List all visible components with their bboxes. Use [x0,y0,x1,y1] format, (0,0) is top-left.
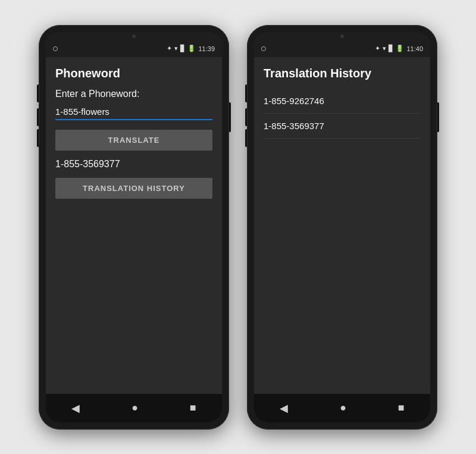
wifi-icon-2: ▾ [383,45,386,52]
recent-button-2[interactable]: ■ [398,402,405,414]
notch-2 [254,32,430,40]
signal-icon-2: ▊ [389,45,393,52]
signal-icon: ▊ [180,45,185,52]
status-right-2: ✦ ▾ ▊ 🔋 11:40 [375,45,423,52]
phone-2-screen: ✦ ▾ ▊ 🔋 11:40 Translation History 1-855-… [254,32,430,422]
phone-1-screen: ✦ ▾ ▊ 🔋 11:39 Phoneword Enter a Phonewor… [46,32,222,422]
status-indicator-2 [261,46,266,51]
translate-button[interactable]: TRANSLATE [55,130,212,151]
back-button-1[interactable]: ◀ [71,402,80,415]
phone-1-app-content: Phoneword Enter a Phoneword: TRANSLATE 1… [46,57,222,394]
notch-1 [46,32,222,40]
time-display-1: 11:39 [198,45,215,52]
bluetooth-icon-2: ✦ [375,45,380,52]
back-button-2[interactable]: ◀ [280,402,288,415]
recent-button-1[interactable]: ■ [190,402,196,414]
status-left-1 [53,46,58,51]
history-title: Translation History [264,67,421,80]
wifi-icon: ▾ [174,45,178,52]
nav-bar-2: ◀ ● ■ [254,394,430,422]
status-left-2 [261,46,266,51]
camera-dot-2 [340,35,344,38]
home-button-1[interactable]: ● [131,402,138,414]
history-item[interactable]: 1-855-9262746 [264,89,421,114]
history-item[interactable]: 1-855-3569377 [264,114,421,139]
time-display-2: 11:40 [406,45,423,52]
phone-2-app-content: Translation History 1-855-92627461-855-3… [254,57,430,394]
home-button-2[interactable]: ● [340,402,346,414]
status-bar-1: ✦ ▾ ▊ 🔋 11:39 [46,40,222,57]
status-right-1: ✦ ▾ ▊ 🔋 11:39 [167,45,215,52]
battery-icon: 🔋 [187,45,196,52]
history-button[interactable]: TRANSLATION HISTORY [55,178,212,199]
status-bar-2: ✦ ▾ ▊ 🔋 11:40 [254,40,430,57]
app-title-1: Phoneword [55,67,212,80]
battery-icon-2: 🔋 [396,45,404,52]
camera-dot-1 [132,35,136,38]
phoneword-input[interactable] [55,104,212,120]
status-indicator-1 [53,46,58,51]
bluetooth-icon: ✦ [167,45,172,52]
text-input-wrapper [55,104,212,120]
phone-1: ✦ ▾ ▊ 🔋 11:39 Phoneword Enter a Phonewor… [39,25,229,430]
nav-bar-1: ◀ ● ■ [46,394,222,422]
translated-number: 1-855-3569377 [55,159,212,170]
phone-2: ✦ ▾ ▊ 🔋 11:40 Translation History 1-855-… [247,25,437,430]
history-list: 1-855-92627461-855-3569377 [264,89,421,139]
input-label-1: Enter a Phoneword: [55,89,212,99]
